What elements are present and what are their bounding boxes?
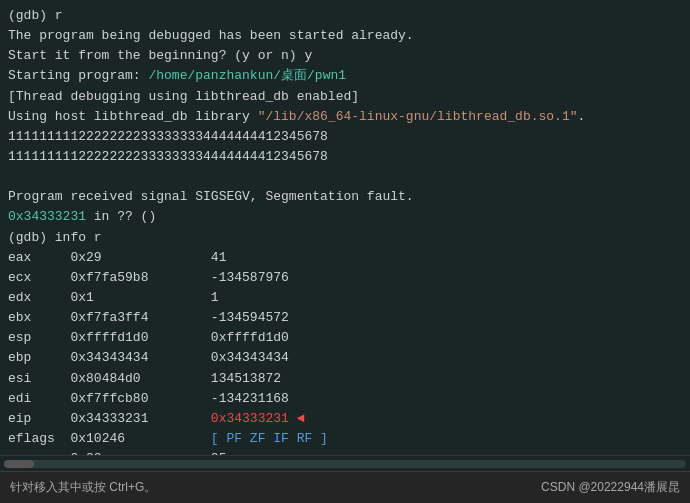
scrollbar[interactable] (0, 455, 690, 471)
scrollbar-thumb[interactable] (4, 460, 34, 468)
terminal-line: ebx 0xf7fa3ff4 -134594572 (8, 308, 682, 328)
terminal-line: Starting program: /home/panzhankun/桌面/pw… (8, 66, 682, 86)
terminal-line: ebp 0x34343434 0x34343434 (8, 348, 682, 368)
terminal-line: (gdb) r (8, 6, 682, 26)
terminal-line: eip 0x34333231 0x34333231 ◄ (8, 409, 682, 429)
scrollbar-track[interactable] (4, 460, 686, 468)
terminal-line (8, 167, 682, 187)
status-bar: 针对移入其中或按 Ctrl+G。 CSDN @20222944潘展昆 (0, 471, 690, 503)
status-left: 针对移入其中或按 Ctrl+G。 (10, 479, 156, 496)
terminal-line: 1111111112222222233333333444444441234567… (8, 127, 682, 147)
terminal-output: (gdb) rThe program being debugged has be… (0, 0, 690, 455)
terminal-line: ecx 0xf7fa59b8 -134587976 (8, 268, 682, 288)
status-right: CSDN @20222944潘展昆 (541, 479, 680, 496)
terminal-line: The program being debugged has been star… (8, 26, 682, 46)
terminal-line: edi 0xf7ffcb80 -134231168 (8, 389, 682, 409)
terminal-line: edx 0x1 1 (8, 288, 682, 308)
terminal-line: esp 0xffffd1d0 0xffffd1d0 (8, 328, 682, 348)
terminal-line: Program received signal SIGSEGV, Segment… (8, 187, 682, 207)
terminal-line: 1111111112222222233333333444444441234567… (8, 147, 682, 167)
terminal-line: Start it from the beginning? (y or n) y (8, 46, 682, 66)
terminal-line: esi 0x80484d0 134513872 (8, 369, 682, 389)
terminal-line: [Thread debugging using libthread_db ena… (8, 87, 682, 107)
terminal-line: 0x34333231 in ?? () (8, 207, 682, 227)
terminal-line: (gdb) info r (8, 228, 682, 248)
terminal-line: Using host libthread_db library "/lib/x8… (8, 107, 682, 127)
terminal-line: eflags 0x10246 [ PF ZF IF RF ] (8, 429, 682, 449)
terminal-line: eax 0x29 41 (8, 248, 682, 268)
